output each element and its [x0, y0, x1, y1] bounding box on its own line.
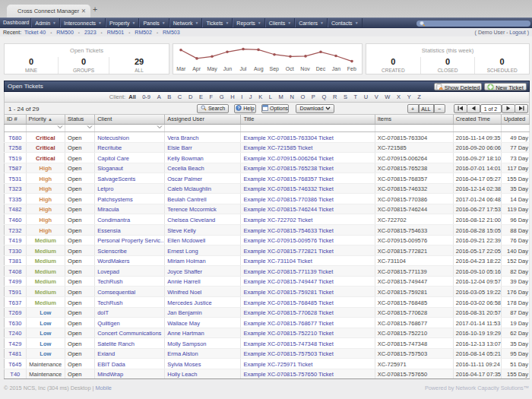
svg-text:?: ? [237, 106, 240, 110]
